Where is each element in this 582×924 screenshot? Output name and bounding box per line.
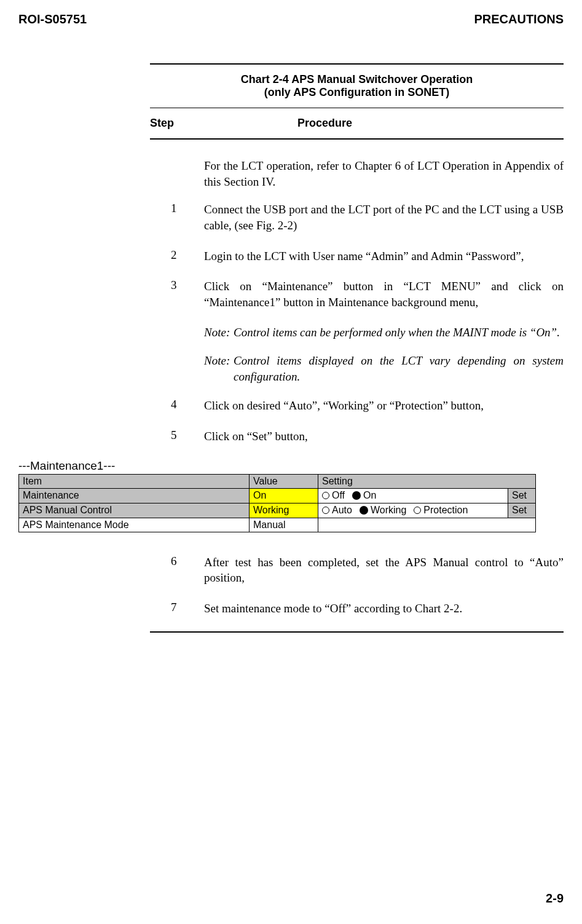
set-button[interactable]: Set [508,503,536,518]
step-item: 5Click on “Set” button, [150,428,564,444]
step-number: 5 [150,428,204,444]
step-text: Click on “Set” button, [204,428,564,444]
item-cell: APS Manual Control [19,503,250,518]
procedure-column-label: Procedure [297,117,352,130]
step-column-label: Step [150,117,174,129]
col-header-setting: Setting [318,474,536,488]
table-row: APS Manual ControlWorkingAutoWorkingProt… [19,503,536,518]
radio-option[interactable] [360,506,368,515]
step-item: 2Login to the LCT with User name “Admin”… [150,248,564,264]
radio-label: Working [371,505,406,516]
step-number: 7 [150,601,204,617]
step-item: 6After test has been completed, set the … [150,555,564,586]
step-text: Login to the LCT with User name “Admin” … [204,248,564,264]
step-header-row: Step Procedure [150,108,564,140]
radio-option[interactable] [322,507,329,514]
maintenance-section-title: ---Maintenance1--- [18,459,564,473]
value-cell: On [250,488,318,503]
table-row: MaintenanceOnOffOnSet [19,488,536,503]
chart-heading: Chart 2-4 APS Manual Switchover Operatio… [150,63,564,108]
table-row: APS Maintenance ModeManual [19,518,536,532]
radio-option[interactable] [414,507,421,514]
step-text: After test has been completed, set the A… [204,555,564,586]
value-cell: Manual [250,518,318,532]
radio-label: Protection [423,505,468,516]
item-cell: Maintenance [19,488,250,503]
chart-title-line2: (only APS Configuration in SONET) [150,86,564,99]
note-label: Note: [204,353,234,384]
setting-cell [318,518,536,532]
radio-label: On [363,490,376,501]
step-item: 4Click on desired “Auto”, “Working” or “… [150,398,564,414]
radio-option[interactable] [322,492,329,499]
note-body: Control items can be performed only when… [234,325,564,341]
step-item: 7Set maintenance mode to “Off” according… [150,601,564,617]
step-text: Set maintenance mode to “Off” according … [204,601,564,617]
step-number: 4 [150,398,204,414]
step-text: Connect the USB port and the LCT port of… [204,202,564,233]
chart-title-line1: Chart 2-4 APS Manual Switchover Operatio… [150,73,564,86]
item-cell: APS Maintenance Mode [19,518,250,532]
step-item: 1Connect the USB port and the LCT port o… [150,202,564,233]
set-button[interactable]: Set [508,488,536,503]
doc-id: ROI-S05751 [18,12,87,26]
radio-option[interactable] [352,491,361,500]
radio-label: Auto [332,505,352,516]
note-body: Control items displayed on the LCT vary … [234,353,564,384]
step-text: Click on desired “Auto”, “Working” or “P… [204,398,564,414]
intro-paragraph: For the LCT operation, refer to Chapter … [204,158,564,189]
table-header-row: Item Value Setting [19,474,536,488]
page-number: 2-9 [546,891,564,906]
step-number: 3 [150,278,204,310]
setting-cell: OffOn [318,488,508,503]
maintenance-table: Item Value Setting MaintenanceOnOffOnSet… [18,474,536,532]
step-number: 2 [150,248,204,264]
note-label: Note: [204,325,234,341]
step-item: 3Click on “Maintenance” button in “LCT M… [150,278,564,310]
step-number: 1 [150,202,204,233]
radio-label: Off [332,490,345,501]
setting-cell: AutoWorkingProtection [318,503,508,518]
step-number: 6 [150,555,204,586]
col-header-item: Item [19,474,250,488]
col-header-value: Value [250,474,318,488]
value-cell: Working [250,503,318,518]
step-text: Click on “Maintenance” button in “LCT ME… [204,278,564,310]
section-title: PRECAUTIONS [474,12,564,26]
